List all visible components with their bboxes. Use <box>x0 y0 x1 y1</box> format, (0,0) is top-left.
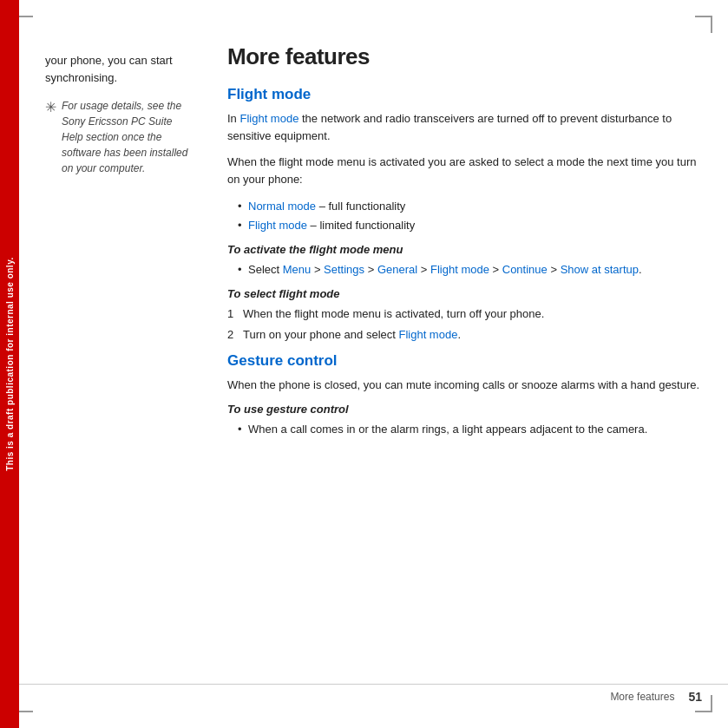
left-column: your phone, you can start synchronising.… <box>19 0 210 728</box>
flight-mode-description: When the flight mode menu is activated y… <box>227 154 702 188</box>
flight-mode-link-1: Flight mode <box>239 112 298 125</box>
flight-mode-link-3: Flight mode <box>430 263 489 276</box>
section-title: More features <box>227 43 702 70</box>
activate-heading: To activate the flight mode menu <box>227 243 702 256</box>
flight-mode-link-4: Flight mode <box>398 328 457 341</box>
numbered-item-1: 1 When the flight mode menu is activated… <box>227 305 702 323</box>
content-wrapper: your phone, you can start synchronising.… <box>19 0 728 728</box>
side-banner: This is a draft publication for internal… <box>0 0 19 728</box>
side-banner-text: This is a draft publication for internal… <box>5 257 15 471</box>
flight-mode-title: Flight mode <box>227 86 702 103</box>
show-at-startup-link: Show at startup <box>561 263 639 276</box>
flight-mode-section: Flight mode In Flight mode the network a… <box>227 86 702 344</box>
numbered-item-2: 2 Turn on your phone and select Flight m… <box>227 326 702 344</box>
bullet-flight-mode: Flight mode – limited functionality <box>238 217 702 234</box>
tip-box: ✳ For usage details, see the Sony Ericss… <box>45 98 193 176</box>
continue-link: Continue <box>502 263 548 276</box>
tip-icon: ✳ <box>45 99 56 115</box>
footer: More features 51 <box>610 690 702 704</box>
footer-label: More features <box>610 691 674 703</box>
footer-page-number: 51 <box>688 690 702 704</box>
normal-mode-link: Normal mode <box>248 200 316 213</box>
general-link: General <box>377 263 417 276</box>
gesture-control-bullet-list: When a call comes in or the alarm rings,… <box>238 421 702 438</box>
left-col-paragraph: your phone, you can start synchronising. <box>45 52 193 86</box>
bullet-normal-mode: Normal mode – full functionality <box>238 198 702 215</box>
right-column: More features Flight mode In Flight mode… <box>210 0 728 728</box>
use-gesture-heading: To use gesture control <box>227 403 702 416</box>
flight-mode-link-2: Flight mode <box>248 219 307 232</box>
gesture-bullet-1: When a call comes in or the alarm rings,… <box>238 421 702 438</box>
select-flight-numbered-list: 1 When the flight mode menu is activated… <box>227 305 702 344</box>
gesture-control-section: Gesture control When the phone is closed… <box>227 352 702 438</box>
flight-mode-bullet-list: Normal mode – full functionality Flight … <box>238 198 702 234</box>
page: This is a draft publication for internal… <box>0 0 728 728</box>
tip-text: For usage details, see the Sony Ericsson… <box>62 98 193 176</box>
activate-bullet-list: Select Menu > Settings > General > Fligh… <box>238 261 702 279</box>
gesture-control-description: When the phone is closed, you can mute i… <box>227 377 702 394</box>
select-flight-heading: To select flight mode <box>227 287 702 300</box>
settings-link: Settings <box>324 263 364 276</box>
gesture-control-title: Gesture control <box>227 352 702 370</box>
activate-bullet: Select Menu > Settings > General > Fligh… <box>238 261 702 279</box>
footer-divider <box>19 684 728 685</box>
menu-link: Menu <box>283 263 312 276</box>
flight-mode-intro: In Flight mode the network and radio tra… <box>227 110 702 145</box>
